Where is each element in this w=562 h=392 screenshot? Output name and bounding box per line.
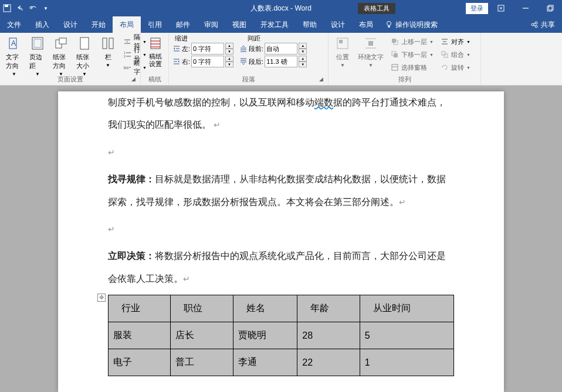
menu-references[interactable]: 引用 (141, 16, 169, 33)
table-header-cell[interactable]: 行业 (109, 295, 171, 322)
table-cell[interactable]: 贾晓明 (233, 322, 297, 349)
empty-paragraph[interactable]: ↵ (108, 218, 454, 240)
redo-icon[interactable] (28, 4, 38, 13)
table-cell[interactable]: 1 (360, 349, 453, 376)
align-button[interactable]: 对齐 ▼ (438, 35, 473, 48)
menu-file[interactable]: 文件 (0, 16, 28, 33)
indent-left-label: 左: (182, 45, 190, 53)
chevron-down-icon: ▼ (106, 63, 110, 68)
rotate-icon (441, 63, 449, 71)
menu-insert[interactable]: 插入 (28, 16, 56, 33)
menu-view[interactable]: 视图 (225, 16, 253, 33)
document-page[interactable]: 制度对手机号敏感数据的控制，以及互联网和移动端数据的跨平台打通技术难点，我们现实… (58, 91, 504, 392)
table-cell[interactable]: 服装 (109, 322, 171, 349)
margins-button[interactable]: 页边距 ▼ (27, 34, 48, 78)
table-cell[interactable]: 普工 (171, 349, 233, 376)
group-button[interactable]: 组合 ▼ (438, 48, 473, 61)
paragraph-2[interactable]: 找寻规律：目标就是数据清理，从非结构化数据变成结构化数据，以便统计，数据探索，找… (108, 168, 454, 213)
table-header-cell[interactable]: 年龄 (297, 295, 360, 322)
menu-table-design[interactable]: 设计 (324, 16, 352, 33)
empty-paragraph[interactable]: ↵ (108, 141, 454, 163)
save-icon[interactable] (2, 4, 12, 13)
svg-point-10 (535, 22, 537, 24)
paragraph-group-label: 段落 (169, 75, 328, 84)
lightbulb-icon (385, 21, 393, 29)
minimize-icon[interactable] (514, 0, 537, 16)
undo-icon[interactable] (15, 4, 25, 13)
spacing-after-spinner[interactable]: ▲▼ (299, 56, 307, 67)
paragraph-1[interactable]: 制度对手机号敏感数据的控制，以及互联网和移动端数据的跨平台打通技术难点，我们现实… (108, 91, 454, 137)
menu-design[interactable]: 设计 (56, 16, 84, 33)
share-button[interactable]: 共享 (523, 20, 562, 30)
svg-rect-56 (392, 64, 398, 70)
wrap-button[interactable]: 环绕文字 ▼ (356, 34, 386, 69)
menu-table-layout[interactable]: 布局 (352, 16, 380, 33)
table-header-cell[interactable]: 职位 (171, 295, 233, 322)
text-direction-button[interactable]: A 文字方向 ▼ (4, 34, 25, 78)
svg-rect-61 (442, 52, 445, 55)
page-setup-dialog-launcher[interactable]: ◢ (131, 76, 138, 83)
orientation-label: 纸张方向 (53, 53, 69, 70)
table-row[interactable]: 服装 店长 贾晓明 28 5 (109, 322, 454, 349)
indent-left-spinner[interactable]: ▲▼ (225, 43, 233, 54)
spacing-before-input[interactable] (265, 43, 297, 54)
bring-forward-icon (391, 38, 399, 46)
columns-button[interactable]: 栏 ▼ (97, 34, 119, 69)
title-bar: ▼ 人数表.docx - Word 表格工具 登录 (0, 0, 562, 16)
wrap-icon (363, 35, 379, 52)
spacing-before-spinner[interactable]: ▲▼ (299, 43, 307, 54)
paragraph-mark-icon: ↵ (214, 120, 221, 129)
orientation-icon (53, 35, 69, 52)
table-cell[interactable]: 店长 (171, 322, 233, 349)
position-icon (334, 35, 351, 52)
position-button[interactable]: 位置 ▼ (332, 34, 353, 69)
position-label: 位置 (336, 53, 349, 62)
menu-mailings[interactable]: 邮件 (169, 16, 197, 33)
indent-left-input[interactable] (191, 43, 224, 54)
hyphenation-icon: bc (123, 63, 131, 71)
menu-review[interactable]: 审阅 (197, 16, 225, 33)
send-backward-button[interactable]: 下移一层 ▼ (388, 48, 436, 61)
size-button[interactable]: 纸张大小 ▼ (74, 34, 95, 78)
orientation-button[interactable]: 纸张方向 ▼ (50, 34, 72, 78)
indent-header: 缩进 (175, 34, 188, 43)
login-button[interactable]: 登录 (466, 3, 488, 14)
text-direction-label: 文字方向 (6, 53, 22, 70)
indent-right-label: 右: (182, 57, 190, 66)
document-table[interactable]: 行业 职位 姓名 年龄 从业时间 服装 店长 贾晓明 28 5 电子 普工 李通 (108, 295, 454, 376)
table-cell[interactable]: 28 (297, 322, 360, 349)
paragraph-dialog-launcher[interactable]: ◢ (319, 76, 326, 83)
maximize-icon[interactable] (539, 0, 562, 16)
menu-layout[interactable]: 布局 (113, 16, 141, 33)
table-cell[interactable]: 5 (360, 322, 453, 349)
indent-right-spinner[interactable]: ▲▼ (225, 56, 233, 67)
group-icon (441, 50, 449, 59)
paragraph-mark-icon: ↵ (108, 224, 115, 234)
bring-forward-button[interactable]: 上移一层 ▼ (388, 35, 436, 48)
table-header-cell[interactable]: 从业时间 (360, 295, 453, 322)
manuscript-settings-button[interactable]: 稿纸设置 (144, 34, 167, 69)
table-cell[interactable]: 电子 (109, 349, 171, 376)
paragraph-3[interactable]: 立即决策：将数据分析报告中的观点系统化或产品化，目前而言，大部分公司还是会依靠人… (108, 245, 454, 290)
menu-home[interactable]: 开始 (84, 16, 113, 33)
svg-rect-19 (59, 38, 66, 44)
menu-bar: 文件 插入 设计 开始 布局 引用 邮件 审阅 视图 开发工具 帮助 设计 布局… (0, 16, 562, 33)
table-cell[interactable]: 22 (297, 349, 360, 376)
document-area[interactable]: 制度对手机号敏感数据的控制，以及互联网和移动端数据的跨平台打通技术难点，我们现实… (0, 86, 562, 392)
spacing-after-input[interactable] (265, 56, 297, 67)
rotate-button[interactable]: 旋转 ▼ (438, 61, 473, 74)
table-move-handle[interactable]: ✥ (97, 294, 106, 302)
qat-dropdown-icon[interactable]: ▼ (41, 4, 50, 13)
indent-right-input[interactable] (191, 56, 224, 67)
menu-help[interactable]: 帮助 (296, 16, 324, 33)
tell-me-search[interactable]: 操作说明搜索 (380, 20, 438, 30)
ribbon-options-icon[interactable] (489, 0, 513, 16)
table-header-cell[interactable]: 姓名 (233, 295, 297, 322)
menu-devtools[interactable]: 开发工具 (253, 16, 296, 33)
arrange-group-label: 排列 (329, 75, 480, 84)
table-row[interactable]: 电子 普工 李通 22 1 (109, 349, 454, 376)
table-cell[interactable]: 李通 (233, 349, 297, 376)
spacing-after-label: 段后: (249, 57, 263, 66)
selection-pane-button[interactable]: 选择窗格 (388, 61, 436, 74)
table-header-row[interactable]: 行业 职位 姓名 年龄 从业时间 (109, 295, 454, 322)
